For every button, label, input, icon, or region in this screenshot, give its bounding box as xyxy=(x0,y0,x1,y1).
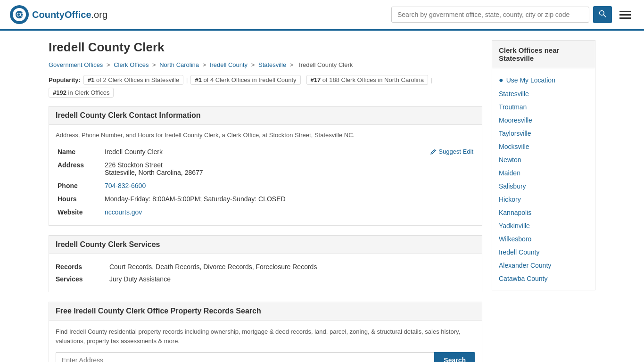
services-row: Services Jury Duty Assistance xyxy=(56,273,475,285)
breadcrumb-link[interactable]: Iredell County xyxy=(210,61,248,68)
content-area: Iredell County Clerk Government Offices … xyxy=(49,40,482,362)
breadcrumb-link[interactable]: North Carolina xyxy=(159,61,199,68)
table-row: Website nccourts.gov xyxy=(56,206,475,219)
sidebar-link[interactable]: Mooresville xyxy=(499,116,532,124)
sidebar-item[interactable]: Alexander County xyxy=(492,259,595,272)
sidebar-item[interactable]: Taylorsville xyxy=(492,127,595,140)
services-value: Jury Duty Assistance xyxy=(109,275,171,283)
contact-table: Name Iredell County Clerk Suggest Edit A… xyxy=(56,145,475,219)
search-area xyxy=(391,6,635,23)
sidebar-item[interactable]: Catawba County xyxy=(492,272,595,285)
logo-area: CO CountyOffice.org xyxy=(9,5,107,25)
popularity-label: Popularity: xyxy=(49,76,81,83)
property-search-button[interactable]: Search xyxy=(434,352,475,362)
sidebar-item[interactable]: Iredell County xyxy=(492,246,595,259)
sidebar-item[interactable]: Salisbury xyxy=(492,180,595,193)
property-search-content: Find Iredell County residential property… xyxy=(49,321,482,362)
sidebar-link[interactable]: Catawba County xyxy=(499,275,548,282)
suggest-edit-link[interactable]: Suggest Edit xyxy=(430,148,473,155)
menu-button[interactable] xyxy=(616,9,635,21)
sidebar-item[interactable]: Maiden xyxy=(492,166,595,180)
address-label: Address xyxy=(56,158,103,179)
svg-point-5 xyxy=(13,13,16,16)
sidebar-link[interactable]: Mocksville xyxy=(499,143,529,150)
sidebar-link[interactable]: Statesville xyxy=(499,90,529,98)
sidebar-header: Clerk Offices near Statesville xyxy=(492,40,595,68)
svg-point-4 xyxy=(18,18,21,21)
location-icon: ● xyxy=(499,76,504,84)
breadcrumb-separator: > xyxy=(107,61,112,68)
use-location-item[interactable]: ● Use My Location xyxy=(492,73,595,87)
table-row: Address 226 Stockton Street Statesville,… xyxy=(56,158,475,179)
popularity-badge: #192 in Clerk Offices xyxy=(49,88,114,98)
logo-text: CountyOffice.org xyxy=(32,9,107,20)
property-search-header: Free Iredell County Clerk Office Propert… xyxy=(49,302,482,321)
sidebar-item[interactable]: Hickory xyxy=(492,193,595,206)
sidebar-link[interactable]: Yadkinville xyxy=(499,222,530,230)
svg-point-3 xyxy=(18,8,21,11)
sidebar-item[interactable]: Statesville xyxy=(492,87,595,100)
records-label: Records xyxy=(56,263,103,271)
table-row: Hours Monday-Friday: 8:00AM-5:00PM; Satu… xyxy=(56,192,475,206)
sidebar: Clerk Offices near Statesville ● Use My … xyxy=(492,40,595,362)
popularity-area: Popularity: #1 of 2 Clerk Offices in Sta… xyxy=(49,75,482,98)
popularity-badge: #1 of 4 Clerk Offices in Iredell County xyxy=(190,75,300,85)
hamburger-line xyxy=(619,14,631,16)
breadcrumb-link[interactable]: Statesville xyxy=(258,61,286,68)
search-button[interactable] xyxy=(593,6,612,23)
property-search-description: Find Iredell County residential property… xyxy=(56,327,475,346)
page-title: Iredell County Clerk xyxy=(49,40,482,55)
property-search-section: Free Iredell County Clerk Office Propert… xyxy=(49,302,482,362)
breadcrumb-link[interactable]: Clerk Offices xyxy=(114,61,149,68)
sidebar-item[interactable]: Troutman xyxy=(492,100,595,114)
breadcrumb-separator: > xyxy=(203,61,208,68)
address-input[interactable] xyxy=(56,352,434,362)
sidebar-item[interactable]: Kannapolis xyxy=(492,206,595,219)
use-location-link[interactable]: Use My Location xyxy=(506,76,555,84)
sidebar-link[interactable]: Newton xyxy=(499,156,521,164)
sidebar-link[interactable]: Maiden xyxy=(499,169,520,177)
sidebar-list: ● Use My Location StatesvilleTroutmanMoo… xyxy=(492,68,595,290)
table-row: Phone 704-832-6600 xyxy=(56,179,475,192)
sidebar-link[interactable]: Hickory xyxy=(499,196,521,203)
services-section-header: Iredell County Clerk Services xyxy=(49,235,482,254)
phone-value: 704-832-6600 xyxy=(103,179,475,192)
services-label: Services xyxy=(56,275,103,283)
property-search-row: Search xyxy=(56,352,475,362)
logo-icon: CO xyxy=(9,5,29,25)
phone-link[interactable]: 704-832-6600 xyxy=(105,182,146,189)
sidebar-link[interactable]: Taylorsville xyxy=(499,130,531,137)
records-row: Records Court Records, Death Records, Di… xyxy=(56,261,475,273)
sidebar-link[interactable]: Salisbury xyxy=(499,182,526,190)
popularity-badge: #17 of 188 Clerk Offices in North Caroli… xyxy=(306,75,428,85)
breadcrumb-separator: > xyxy=(290,61,295,68)
website-label: Website xyxy=(56,206,103,219)
breadcrumb-link[interactable]: Government Offices xyxy=(49,61,103,68)
sidebar-item[interactable]: Wilkesboro xyxy=(492,232,595,246)
sidebar-link[interactable]: Iredell County xyxy=(499,248,539,256)
contact-section: Iredell County Clerk Contact Information… xyxy=(49,106,482,226)
sidebar-item[interactable]: Mooresville xyxy=(492,114,595,127)
sidebar-link[interactable]: Kannapolis xyxy=(499,209,531,216)
sidebar-link[interactable]: Troutman xyxy=(499,103,527,111)
table-row: Name Iredell County Clerk Suggest Edit xyxy=(56,145,475,158)
svg-point-8 xyxy=(600,11,604,16)
search-input[interactable] xyxy=(391,7,589,23)
main-container: Iredell County Clerk Government Offices … xyxy=(39,31,605,362)
sidebar-item[interactable]: Newton xyxy=(492,153,595,166)
svg-text:CO: CO xyxy=(17,12,24,17)
breadcrumb: Government Offices > Clerk Offices > Nor… xyxy=(49,61,482,68)
breadcrumb-separator: > xyxy=(251,61,256,68)
website-link[interactable]: nccourts.gov xyxy=(105,208,142,216)
name-value: Iredell County Clerk Suggest Edit xyxy=(103,145,475,158)
hours-label: Hours xyxy=(56,192,103,206)
breadcrumb-separator: > xyxy=(152,61,157,68)
sidebar-item[interactable]: Mocksville xyxy=(492,140,595,153)
sidebar-item[interactable]: Yadkinville xyxy=(492,219,595,232)
name-label: Name xyxy=(56,145,103,158)
header: CO CountyOffice.org xyxy=(0,0,644,31)
sidebar-link[interactable]: Wilkesboro xyxy=(499,235,531,243)
website-value: nccourts.gov xyxy=(103,206,475,219)
svg-line-9 xyxy=(603,15,606,17)
sidebar-link[interactable]: Alexander County xyxy=(499,262,551,269)
